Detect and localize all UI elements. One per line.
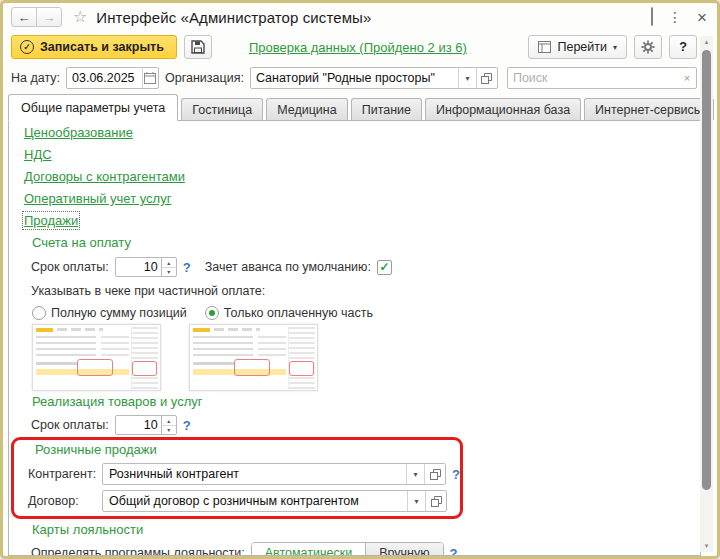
- radio-full-amount[interactable]: Полную сумму позиций: [32, 306, 187, 320]
- close-icon[interactable]: ×: [697, 9, 707, 26]
- contract-dropdown-button[interactable]: ▾: [407, 491, 425, 511]
- scroll-down-icon[interactable]: ▾: [700, 540, 713, 552]
- favorite-star-icon[interactable]: ☆: [73, 9, 87, 25]
- tab-medicine[interactable]: Медицина: [266, 98, 348, 120]
- radio-paid-part-label: Только оплаченную часть: [224, 306, 373, 320]
- tab-general-accounting[interactable]: Общие параметры учета: [8, 94, 178, 121]
- loyalty-mode-label: Определять программы лояльности:: [31, 546, 245, 556]
- realization-term-help-icon[interactable]: ?: [183, 418, 191, 433]
- contract-open-button[interactable]: [425, 491, 446, 511]
- payment-term-help-icon[interactable]: ?: [183, 260, 191, 275]
- goto-button[interactable]: Перейти ▾: [528, 35, 627, 59]
- link-sales[interactable]: Продажи: [24, 213, 78, 228]
- payment-term-label: Срок оплаты:: [31, 260, 109, 274]
- contract-combobox[interactable]: Общий договор с розничным контрагентом ▾: [102, 490, 447, 512]
- search-field: ×: [507, 67, 697, 89]
- calendar-icon: [144, 72, 156, 84]
- tab-content-panel: Ценообразование НДС Договоры с контраген…: [8, 120, 701, 556]
- retail-section-title: Розничные продажи: [35, 442, 157, 458]
- payment-term-stepper[interactable]: ▴ ▾: [161, 258, 176, 276]
- realization-term-row: Срок оплаты: 10 ▴ ▾ ?: [31, 414, 700, 436]
- tab-food[interactable]: Питание: [351, 98, 422, 120]
- receipt-preview-thumbnails: [32, 324, 700, 391]
- data-check-link[interactable]: Проверка данных (Пройдено 2 из 6): [249, 40, 467, 55]
- counterparty-dropdown-button[interactable]: ▾: [406, 464, 424, 484]
- toolbar: ✓ Записать и закрыть Проверка данных (Пр…: [3, 31, 717, 63]
- spin-up-icon[interactable]: ▴: [162, 416, 176, 426]
- link-vat[interactable]: НДС: [24, 147, 52, 162]
- get-link-icon[interactable]: [651, 8, 653, 26]
- radio-circle-icon: [32, 306, 46, 320]
- open-in-window-icon: [430, 469, 441, 480]
- more-menu-icon[interactable]: ⋮: [668, 10, 682, 24]
- back-arrow-icon: ←: [18, 10, 31, 25]
- scrollbar-thumb[interactable]: [702, 50, 711, 490]
- settings-button[interactable]: [634, 35, 662, 59]
- back-button[interactable]: ←: [11, 7, 37, 27]
- loyalty-mode-switch: Автоматически Вручную: [251, 542, 444, 556]
- forward-button[interactable]: →: [36, 7, 62, 27]
- search-input[interactable]: [508, 68, 678, 88]
- contract-label: Договор:: [28, 494, 96, 508]
- date-field: [66, 67, 159, 89]
- tab-bar: Общие параметры учета Гостиница Медицина…: [3, 93, 717, 120]
- organization-dropdown-button[interactable]: ▾: [458, 68, 476, 88]
- scroll-up-icon[interactable]: ▴: [700, 36, 713, 48]
- realization-term-label: Срок оплаты:: [31, 418, 109, 432]
- tab-hotel[interactable]: Гостиница: [181, 98, 263, 120]
- spin-down-icon[interactable]: ▾: [162, 426, 176, 435]
- receipt-mode-label: Указывать в чеке при частичной оплате:: [31, 284, 700, 300]
- open-in-window-icon: [431, 496, 442, 507]
- receipt-mode-radios: Полную сумму позиций Только оплаченную ч…: [32, 304, 700, 321]
- payment-term-row: Срок оплаты: 10 ▴ ▾ ? Зачет аванса по ум…: [31, 256, 700, 278]
- counterparty-combobox[interactable]: Розничный контрагент ▾: [102, 463, 446, 485]
- loyalty-mode-row: Определять программы лояльности: Автомат…: [31, 542, 700, 556]
- gear-icon: [641, 40, 655, 54]
- date-input[interactable]: [67, 68, 142, 88]
- radio-full-amount-label: Полную сумму позиций: [51, 306, 187, 320]
- link-pricing[interactable]: Ценообразование: [24, 125, 133, 140]
- vertical-scrollbar[interactable]: ▴ ▾: [700, 36, 713, 552]
- window-title: Интерфейс «Администратор системы»: [96, 9, 371, 26]
- realization-section-title: Реализация товаров и услуг: [32, 394, 203, 410]
- counterparty-open-button[interactable]: [424, 464, 445, 484]
- loyalty-section-title: Карты лояльности: [32, 522, 143, 538]
- counterparty-help-icon[interactable]: ?: [452, 467, 460, 482]
- organization-combobox[interactable]: Санаторий "Родные просторы" ▾: [250, 67, 498, 89]
- forward-arrow-icon: →: [43, 10, 56, 25]
- link-operational-accounting[interactable]: Оперативный учет услуг: [24, 191, 171, 206]
- app-window: ← → ☆ Интерфейс «Администратор системы» …: [0, 0, 720, 559]
- chevron-down-icon: ▾: [465, 74, 469, 83]
- invoices-section-title: Счета на оплату: [32, 235, 131, 251]
- counterparty-row: Контрагент: Розничный контрагент ▾ ?: [28, 463, 460, 485]
- payment-term-value[interactable]: 10: [116, 258, 161, 276]
- counterparty-value: Розничный контрагент: [103, 464, 406, 484]
- organization-open-button[interactable]: [476, 68, 497, 88]
- link-contracts[interactable]: Договоры с контрагентами: [24, 169, 185, 184]
- title-bar: ← → ☆ Интерфейс «Администратор системы» …: [3, 3, 717, 31]
- open-in-window-icon: [481, 73, 492, 84]
- tab-internet-services[interactable]: Интернет-сервисы: [584, 98, 714, 120]
- help-label: ?: [679, 40, 687, 54]
- loyalty-help-icon[interactable]: ?: [450, 546, 458, 557]
- realization-term-value[interactable]: 10: [116, 416, 161, 434]
- nav-buttons: ← →: [11, 7, 62, 27]
- loyalty-manual-button[interactable]: Вручную: [365, 543, 442, 556]
- floppy-disk-icon: [191, 40, 205, 54]
- realization-term-stepper[interactable]: ▴ ▾: [161, 416, 176, 434]
- loyalty-auto-button[interactable]: Автоматически: [252, 543, 365, 556]
- date-label: На дату:: [11, 71, 60, 85]
- advance-offset-checkbox[interactable]: ✓: [377, 260, 392, 275]
- clear-search-icon[interactable]: ×: [678, 68, 696, 88]
- tab-infobase[interactable]: Информационная база: [425, 98, 581, 120]
- spin-down-icon[interactable]: ▾: [162, 268, 176, 277]
- calendar-button[interactable]: [142, 68, 158, 88]
- advance-offset-label: Зачет аванса по умолчанию:: [205, 260, 371, 274]
- chevron-down-icon: ▾: [613, 43, 617, 52]
- spin-up-icon[interactable]: ▴: [162, 258, 176, 268]
- save-and-close-button[interactable]: ✓ Записать и закрыть: [11, 35, 177, 59]
- radio-paid-part[interactable]: Только оплаченную часть: [205, 306, 373, 320]
- help-button[interactable]: ?: [669, 35, 697, 59]
- save-button[interactable]: [184, 35, 212, 59]
- goto-label: Перейти: [557, 40, 607, 54]
